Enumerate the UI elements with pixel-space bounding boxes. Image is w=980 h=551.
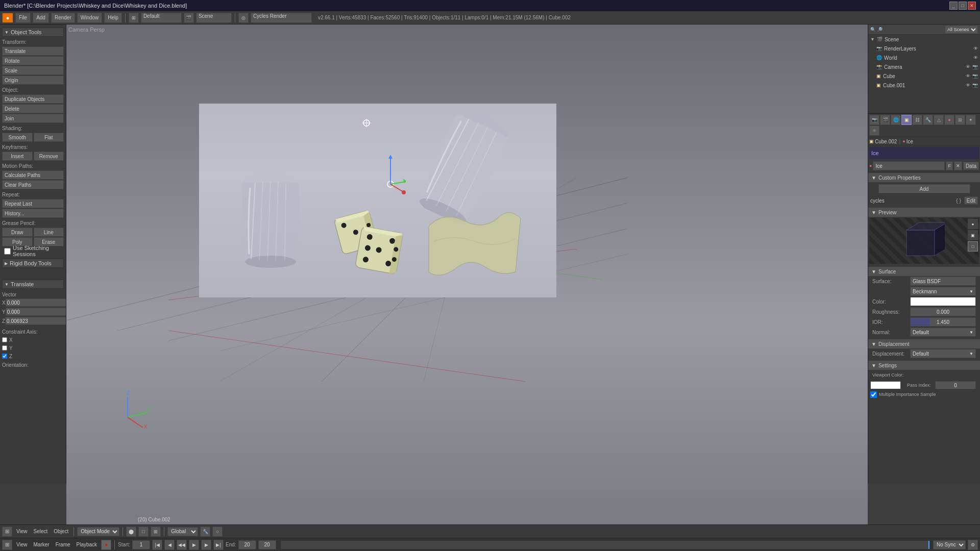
file-menu[interactable]: File <box>15 13 31 23</box>
duplicate-btn[interactable]: Duplicate Objects <box>2 94 64 104</box>
z-axis-checkbox[interactable] <box>2 354 7 359</box>
texture-mode-btn[interactable]: ⊞ <box>151 527 161 537</box>
render-menu[interactable]: Render <box>51 13 75 23</box>
normal-dropdown[interactable]: Default ▼ <box>910 328 976 337</box>
physics-prop-icon[interactable]: ⚛ <box>869 126 879 136</box>
minimize-btn[interactable]: _ <box>949 2 958 10</box>
x-axis-checkbox[interactable] <box>2 337 7 342</box>
proportional-icon[interactable]: ○ <box>212 527 223 537</box>
current-frame-input[interactable] <box>258 540 276 549</box>
f-btn[interactable]: F <box>946 161 953 170</box>
object-prop-icon[interactable]: ▣ <box>901 115 912 125</box>
tl-marker-btn[interactable]: Marker <box>32 542 52 547</box>
prev-frame-btn[interactable]: ◀ <box>164 540 175 550</box>
add-custom-prop-btn[interactable]: Add <box>878 184 970 193</box>
surface-dropdown[interactable]: Glass BSDF <box>910 277 976 286</box>
scenes-dropdown[interactable]: All Scenes <box>945 26 978 34</box>
join-btn[interactable]: Join <box>2 114 64 123</box>
data-btn[interactable]: Data <box>963 162 979 170</box>
scale-btn[interactable]: Scale <box>2 66 64 75</box>
sync-dropdown[interactable]: No Sync <box>933 540 966 549</box>
wire-mode-btn[interactable]: □ <box>138 527 149 537</box>
history-btn[interactable]: History... <box>2 209 64 218</box>
y-input[interactable] <box>6 308 66 316</box>
material-prop-icon[interactable]: ● <box>944 115 954 125</box>
delete-btn[interactable]: Delete <box>2 104 64 113</box>
viewport-color-swatch[interactable] <box>870 381 901 389</box>
solid-mode-btn[interactable]: ⬤ <box>126 527 136 537</box>
timeline-type-icon[interactable]: ⊞ <box>2 540 12 550</box>
last-frame-btn[interactable]: ▶| <box>213 540 224 550</box>
end-frame-input[interactable] <box>238 540 256 549</box>
view-btn[interactable]: View <box>14 529 30 534</box>
surface-header[interactable]: ▼ Surface <box>868 267 980 276</box>
outliner-cube001[interactable]: ▣ Cube.001 👁 📷 <box>874 81 980 90</box>
outliner-cube[interactable]: ▣ Cube 👁 📷 <box>874 71 980 81</box>
modifier-prop-icon[interactable]: 🔧 <box>923 115 933 125</box>
multiple-importance-checkbox[interactable] <box>870 391 877 398</box>
pass-index-slider[interactable]: 0 <box>935 381 976 389</box>
distribution-dropdown[interactable]: Beckmann ▼ <box>910 287 976 296</box>
cycles-edit-btn[interactable]: Edit <box>964 196 978 205</box>
engine-dropdown[interactable]: Cycles Render <box>251 13 312 23</box>
x-input[interactable] <box>6 298 66 307</box>
render-prop-icon[interactable]: 📷 <box>869 115 879 125</box>
next-frame-btn[interactable]: ▶ <box>201 540 211 550</box>
y-axis-checkbox[interactable] <box>2 345 7 350</box>
prev-plane-btn[interactable]: ▣ <box>968 230 978 240</box>
ior-slider[interactable]: 1.450 <box>910 317 976 327</box>
outliner-camera[interactable]: 📸 Camera 👁 📷 <box>874 62 980 71</box>
outliner-world[interactable]: 🌐 World 👁 <box>874 53 980 62</box>
outliner-renderlayers[interactable]: 📷 RenderLayers 👁 <box>874 44 980 53</box>
start-frame-input[interactable] <box>132 540 150 549</box>
scene-icon[interactable]: 🎬 <box>184 13 194 23</box>
scene-dropdown[interactable]: Scene <box>196 13 232 23</box>
play-rev-btn[interactable]: ◀◀ <box>177 540 187 550</box>
play-btn[interactable]: ▶ <box>189 540 199 550</box>
viewport[interactable]: Camera Persp <box>66 24 868 524</box>
translate-btn[interactable]: Translate <box>2 46 64 56</box>
snap-icon[interactable]: 🔧 <box>200 527 210 537</box>
roughness-slider[interactable]: 0.000 <box>910 307 976 316</box>
prev-sphere-btn[interactable]: ● <box>968 219 978 229</box>
close-btn[interactable]: ✕ <box>968 2 976 10</box>
timeline-track[interactable] <box>280 540 929 549</box>
rotate-btn[interactable]: Rotate <box>2 56 64 65</box>
record-btn[interactable]: ● <box>101 540 111 550</box>
calculate-paths-btn[interactable]: Calculate Paths <box>2 170 64 180</box>
color-swatch[interactable] <box>910 297 976 306</box>
z-input[interactable] <box>5 317 66 325</box>
texture-prop-icon[interactable]: ⊞ <box>955 115 965 125</box>
smooth-btn[interactable]: Smooth <box>2 133 33 142</box>
tl-view-btn[interactable]: View <box>14 542 30 547</box>
engine-icon[interactable]: ◎ <box>238 13 249 23</box>
node-name-input[interactable] <box>873 161 945 170</box>
clear-paths-btn[interactable]: Clear Paths <box>2 180 64 189</box>
help-menu[interactable]: Help <box>104 13 122 23</box>
disp-dropdown[interactable]: Default ▼ <box>910 349 976 358</box>
tl-frame-btn[interactable]: Frame <box>54 542 72 547</box>
displacement-header[interactable]: ▼ Displacement <box>868 339 980 348</box>
world-prop-icon[interactable]: 🌐 <box>891 115 901 125</box>
mode-dropdown[interactable]: Object Mode <box>77 527 119 536</box>
select-btn[interactable]: Select <box>32 529 50 534</box>
maximize-btn[interactable]: □ <box>959 2 967 10</box>
first-frame-btn[interactable]: |◀ <box>152 540 162 550</box>
insert-btn[interactable]: Insert <box>2 152 33 161</box>
outliner-scene[interactable]: ▼ 🎬 Scene <box>868 35 980 44</box>
line-btn[interactable]: Line <box>34 228 64 237</box>
x-clear-btn[interactable]: ✕ <box>954 161 962 170</box>
remove-btn[interactable]: Remove <box>34 152 64 161</box>
data-prop-icon[interactable]: △ <box>934 115 944 125</box>
object-tools-header[interactable]: ▼ Object Tools <box>2 28 64 37</box>
scene-prop-icon[interactable]: 🎬 <box>880 115 890 125</box>
blender-logo[interactable]: ● <box>2 13 13 23</box>
constraint-prop-icon[interactable]: ⛓ <box>912 115 922 125</box>
layout-dropdown[interactable]: Default <box>141 13 182 23</box>
pivot-dropdown[interactable]: Global <box>167 527 198 536</box>
prev-cube-btn[interactable]: □ <box>968 241 978 252</box>
flat-btn[interactable]: Flat <box>34 133 64 142</box>
add-menu[interactable]: Add <box>33 13 49 23</box>
repeat-last-btn[interactable]: Repeat Last <box>2 199 64 208</box>
settings-header[interactable]: ▼ Settings <box>868 361 980 370</box>
